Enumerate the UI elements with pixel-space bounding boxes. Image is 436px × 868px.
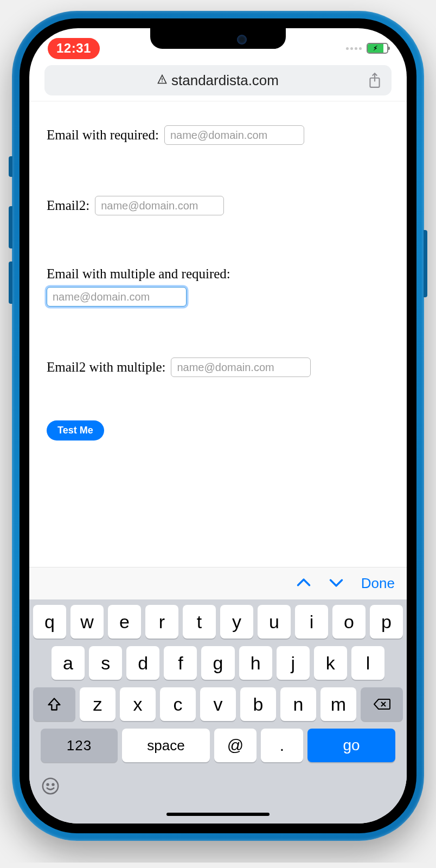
key-d[interactable]: d <box>126 646 159 680</box>
input-email2[interactable] <box>95 196 224 215</box>
key-s[interactable]: s <box>89 646 122 680</box>
key-i[interactable]: i <box>295 605 328 639</box>
backspace-key[interactable] <box>361 687 403 721</box>
key-z[interactable]: z <box>80 687 116 721</box>
svg-point-4 <box>47 784 49 786</box>
label-email2: Email2: <box>47 198 89 213</box>
cellular-signal-icon <box>346 47 362 50</box>
status-time-recording[interactable]: 12:31 <box>48 38 100 59</box>
svg-rect-1 <box>162 81 163 82</box>
key-row-1: qwertyuiop <box>33 605 403 639</box>
emoji-key[interactable] <box>40 775 61 797</box>
key-w[interactable]: w <box>70 605 104 639</box>
key-row-2: asdfghjkl <box>33 646 403 680</box>
address-bar[interactable]: standardista.com <box>44 65 392 95</box>
volume-down-button <box>9 261 12 304</box>
virtual-keyboard: qwertyuiop asdfghjkl zxcvbnm 123 space @… <box>29 599 407 805</box>
shift-key[interactable] <box>33 687 75 721</box>
key-a[interactable]: a <box>52 646 85 680</box>
mute-switch <box>9 156 12 177</box>
home-indicator[interactable] <box>29 805 407 824</box>
at-key[interactable]: @ <box>214 729 257 762</box>
label-email-multiple-required: Email with multiple and required: <box>47 266 389 282</box>
period-key[interactable]: . <box>261 729 303 762</box>
key-b[interactable]: b <box>240 687 276 721</box>
key-n[interactable]: n <box>280 687 316 721</box>
label-email2-multiple: Email2 with multiple: <box>47 360 165 375</box>
key-y[interactable]: y <box>220 605 253 639</box>
key-c[interactable]: c <box>160 687 196 721</box>
key-e[interactable]: e <box>108 605 141 639</box>
go-key[interactable]: go <box>307 729 395 762</box>
key-row-3: zxcvbnm <box>33 687 403 721</box>
not-secure-icon <box>157 74 167 87</box>
label-email-required: Email with required: <box>47 127 159 143</box>
svg-point-3 <box>43 778 58 794</box>
share-icon[interactable] <box>368 72 382 88</box>
prev-field-button[interactable] <box>296 575 311 592</box>
space-key[interactable]: space <box>122 729 210 762</box>
camera-dot <box>237 35 247 44</box>
notch <box>150 28 286 49</box>
key-k[interactable]: k <box>314 646 347 680</box>
input-email2-multiple[interactable] <box>171 358 311 377</box>
key-g[interactable]: g <box>201 646 234 680</box>
key-f[interactable]: f <box>164 646 197 680</box>
phone-frame: 12:31 ⚡︎ standardista.com <box>12 11 424 841</box>
test-me-button[interactable]: Test Me <box>47 420 104 441</box>
volume-up-button <box>9 206 12 248</box>
key-m[interactable]: m <box>320 687 356 721</box>
key-x[interactable]: x <box>120 687 156 721</box>
key-o[interactable]: o <box>332 605 366 639</box>
input-email-required[interactable] <box>164 125 304 145</box>
keyboard-accessory-bar: Done <box>29 567 407 599</box>
key-q[interactable]: q <box>33 605 66 639</box>
key-l[interactable]: l <box>351 646 384 680</box>
battery-charging-icon: ⚡︎ <box>367 43 388 54</box>
key-h[interactable]: h <box>239 646 272 680</box>
keyboard-done-button[interactable]: Done <box>361 575 395 592</box>
next-field-button[interactable] <box>329 575 344 592</box>
key-r[interactable]: r <box>145 605 178 639</box>
key-t[interactable]: t <box>183 605 216 639</box>
svg-point-5 <box>53 784 54 786</box>
numbers-key[interactable]: 123 <box>41 729 118 762</box>
key-u[interactable]: u <box>258 605 291 639</box>
svg-rect-0 <box>162 78 163 80</box>
address-domain: standardista.com <box>171 72 279 89</box>
key-j[interactable]: j <box>277 646 310 680</box>
page-content: Email with required: Email2: Email with … <box>29 101 407 567</box>
key-p[interactable]: p <box>370 605 403 639</box>
charging-bolt-icon: ⚡︎ <box>373 44 377 52</box>
power-button <box>424 230 427 297</box>
input-email-multiple-required[interactable] <box>47 287 187 307</box>
key-v[interactable]: v <box>200 687 236 721</box>
